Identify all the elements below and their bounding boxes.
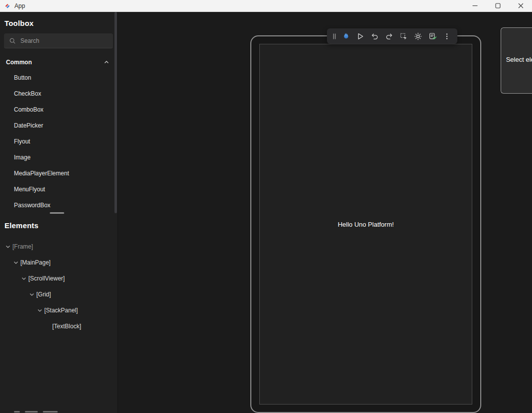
design-toolbar	[327, 28, 457, 44]
tree-node-textblock[interactable]: [TextBlock]	[0, 318, 117, 334]
more-options-button[interactable]	[441, 30, 453, 42]
maximize-icon	[495, 3, 501, 8]
chevron-up-icon	[104, 59, 109, 65]
close-button[interactable]	[509, 0, 532, 11]
tree-node-frame[interactable]: [Frame]	[0, 239, 117, 255]
undo-button[interactable]	[369, 30, 381, 42]
validate-button[interactable]	[426, 30, 438, 42]
minimize-button[interactable]	[463, 0, 486, 11]
play-icon	[356, 32, 364, 40]
sidebar: Toolbox Common ButtonCheckBoxComboBoxDat…	[0, 12, 118, 413]
clipped-bottom-fragment	[14, 411, 58, 413]
tree-node-label: [StackPanel]	[44, 307, 78, 314]
drag-handle-icon	[332, 32, 337, 40]
toolbox-item-datepicker[interactable]: DatePicker	[0, 118, 117, 134]
chevron-down-icon[interactable]	[20, 275, 28, 281]
tree-node-label: [Frame]	[12, 243, 33, 250]
elements-tree: [Frame][MainPage][ScrollViewer][Grid][St…	[0, 239, 117, 334]
device-screen[interactable]: Hello Uno Platform!	[259, 44, 472, 405]
chevron-down-icon[interactable]	[28, 291, 36, 297]
toolbox-panel: Toolbox Common ButtonCheckBoxComboBoxDat…	[0, 12, 117, 214]
app-icon	[4, 2, 11, 9]
hello-textblock: Hello Uno Platform!	[338, 221, 394, 228]
redo-icon	[385, 32, 393, 40]
properties-message: Select elements on the canvas or from El…	[503, 55, 532, 75]
validate-check-icon	[428, 32, 437, 40]
theme-sun-icon	[414, 32, 422, 40]
play-button[interactable]	[354, 30, 366, 42]
properties-panel: No selection Select elements on the canv…	[501, 27, 532, 94]
chevron-down-icon[interactable]	[12, 260, 20, 266]
tree-node-label: [TextBlock]	[52, 323, 81, 330]
ellipsis-vertical-icon	[443, 32, 450, 40]
device-frame: Hello Uno Platform!	[250, 35, 481, 413]
toolbox-search-input[interactable]	[20, 37, 108, 44]
toolbox-item-image[interactable]: Image	[0, 149, 117, 165]
close-icon	[518, 3, 524, 8]
toolbox-item-flyout[interactable]: Flyout	[0, 134, 117, 149]
toolbox-section-common[interactable]: Common	[0, 55, 117, 70]
hot-reload-button[interactable]	[340, 30, 352, 42]
tree-node-label: [ScrollViewer]	[28, 275, 65, 282]
window-controls	[463, 0, 532, 11]
undo-icon	[371, 32, 379, 40]
toolbox-title: Toolbox	[0, 12, 117, 27]
tree-node-stackpanel[interactable]: [StackPanel]	[0, 302, 117, 318]
minimize-icon	[472, 3, 478, 8]
chevron-spacer	[44, 323, 52, 329]
toolbox-item-combobox[interactable]: ComboBox	[0, 102, 117, 118]
maximize-button[interactable]	[486, 0, 509, 11]
toolbox-search-box[interactable]	[4, 33, 113, 48]
toolbox-item-list: ButtonCheckBoxComboBoxDatePickerFlyoutIm…	[0, 70, 117, 213]
toolbox-item-passwordbox[interactable]: PasswordBox	[0, 197, 117, 213]
window-title: App	[14, 2, 25, 9]
toolbox-horizontal-scrollbar-thumb[interactable]	[50, 212, 64, 214]
titlebar: App	[0, 0, 532, 12]
toolbox-item-menuflyout[interactable]: MenuFlyout	[0, 181, 117, 197]
toolbox-section-label: Common	[6, 59, 32, 66]
toolbox-vertical-scrollbar[interactable]	[114, 12, 117, 213]
toolbox-item-button[interactable]: Button	[0, 70, 117, 86]
tree-node-grid[interactable]: [Grid]	[0, 286, 117, 302]
chevron-down-icon[interactable]	[4, 244, 12, 250]
element-picker-icon	[400, 32, 408, 40]
tree-node-label: [MainPage]	[20, 259, 51, 266]
theme-toggle-button[interactable]	[412, 30, 424, 42]
elements-panel: Elements [Frame][MainPage][ScrollViewer]…	[0, 214, 117, 334]
redo-button[interactable]	[383, 30, 395, 42]
element-picker-button[interactable]	[398, 30, 410, 42]
toolbar-drag-handle[interactable]	[331, 30, 337, 42]
search-icon	[9, 37, 16, 44]
tree-node-mainpage[interactable]: [MainPage]	[0, 255, 117, 271]
elements-title: Elements	[0, 214, 117, 230]
tree-node-label: [Grid]	[36, 291, 51, 298]
design-canvas[interactable]: Hello Uno Platform!	[118, 12, 532, 413]
hot-reload-flame-icon	[342, 32, 350, 40]
tree-node-scrollviewer[interactable]: [ScrollViewer]	[0, 271, 117, 286]
chevron-down-icon[interactable]	[36, 307, 44, 313]
toolbox-item-checkbox[interactable]: CheckBox	[0, 86, 117, 102]
toolbox-item-mediaplayerelement[interactable]: MediaPlayerElement	[0, 165, 117, 181]
